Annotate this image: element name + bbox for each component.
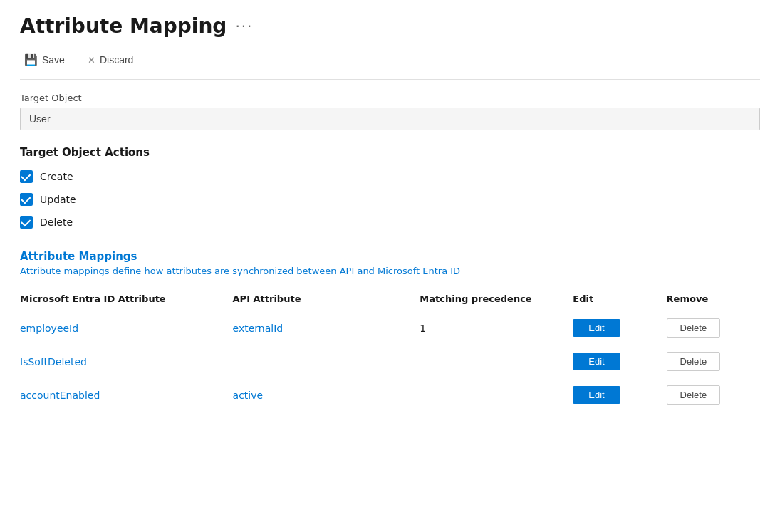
delete-label: Delete xyxy=(40,217,73,228)
ellipsis-menu-button[interactable]: ··· xyxy=(235,18,253,35)
page-title: Attribute Mapping xyxy=(20,14,227,38)
edit-cell: Edit xyxy=(573,345,666,378)
attribute-mappings-section: Attribute Mappings Attribute mappings de… xyxy=(20,250,760,412)
delete-button[interactable]: Delete xyxy=(667,385,721,405)
entra-attr-cell: IsSoftDeleted xyxy=(20,345,233,378)
save-button[interactable]: Save xyxy=(20,51,69,69)
target-object-actions-title: Target Object Actions xyxy=(20,146,760,159)
save-label: Save xyxy=(42,54,65,66)
create-action-item[interactable]: Create xyxy=(20,170,760,183)
save-icon xyxy=(24,53,38,66)
col-header-edit: Edit xyxy=(573,288,666,311)
remove-cell: Delete xyxy=(667,378,760,412)
edit-cell: Edit xyxy=(573,378,666,412)
target-object-label: Target Object xyxy=(20,93,760,103)
delete-button[interactable]: Delete xyxy=(667,352,721,371)
api-attr-cell: active xyxy=(233,378,420,412)
table-row: IsSoftDeleted Edit Delete xyxy=(20,345,760,378)
delete-button[interactable]: Delete xyxy=(667,318,721,338)
table-row: accountEnabled active Edit Delete xyxy=(20,378,760,412)
target-object-section: Target Object xyxy=(20,93,760,146)
col-header-remove: Remove xyxy=(667,288,760,311)
edit-button[interactable]: Edit xyxy=(573,319,620,337)
col-header-entra: Microsoft Entra ID Attribute xyxy=(20,288,233,311)
update-checkbox[interactable] xyxy=(20,193,33,206)
target-object-input[interactable] xyxy=(20,108,760,130)
entra-attr-cell: employeeId xyxy=(20,311,233,345)
col-header-api: API Attribute xyxy=(233,288,420,311)
table-row: employeeId externalId 1 Edit Delete xyxy=(20,311,760,345)
matching-cell xyxy=(420,345,573,378)
target-object-actions-section: Target Object Actions Create Update Dele… xyxy=(20,146,760,229)
remove-cell: Delete xyxy=(667,345,760,378)
discard-label: Discard xyxy=(100,54,133,66)
edit-button[interactable]: Edit xyxy=(573,386,620,404)
remove-cell: Delete xyxy=(667,311,760,345)
entra-attr-link[interactable]: accountEnabled xyxy=(20,390,100,401)
matching-cell xyxy=(420,378,573,412)
create-checkbox[interactable] xyxy=(20,170,33,183)
page-header: Attribute Mapping ··· xyxy=(20,14,760,38)
discard-icon xyxy=(88,53,95,66)
entra-attr-link[interactable]: IsSoftDeleted xyxy=(20,356,87,367)
api-attr-cell: externalId xyxy=(233,311,420,345)
matching-cell: 1 xyxy=(420,311,573,345)
toolbar: Save Discard xyxy=(20,51,760,80)
edit-button[interactable]: Edit xyxy=(573,353,620,370)
edit-cell: Edit xyxy=(573,311,666,345)
entra-attr-cell: accountEnabled xyxy=(20,378,233,412)
delete-checkbox[interactable] xyxy=(20,216,33,229)
actions-checkbox-group: Create Update Delete xyxy=(20,170,760,229)
entra-attr-link[interactable]: employeeId xyxy=(20,323,78,334)
discard-button[interactable]: Discard xyxy=(83,51,137,69)
api-attr-link[interactable]: externalId xyxy=(233,323,284,334)
api-attr-link[interactable]: active xyxy=(233,390,264,401)
delete-action-item[interactable]: Delete xyxy=(20,216,760,229)
mappings-title: Attribute Mappings xyxy=(20,250,760,263)
mappings-table: Microsoft Entra ID Attribute API Attribu… xyxy=(20,288,760,412)
update-action-item[interactable]: Update xyxy=(20,193,760,206)
col-header-matching: Matching precedence xyxy=(420,288,573,311)
update-label: Update xyxy=(40,194,76,205)
create-label: Create xyxy=(40,171,73,182)
table-header-row: Microsoft Entra ID Attribute API Attribu… xyxy=(20,288,760,311)
mappings-description: Attribute mappings define how attributes… xyxy=(20,266,760,276)
api-attr-cell xyxy=(233,345,420,378)
